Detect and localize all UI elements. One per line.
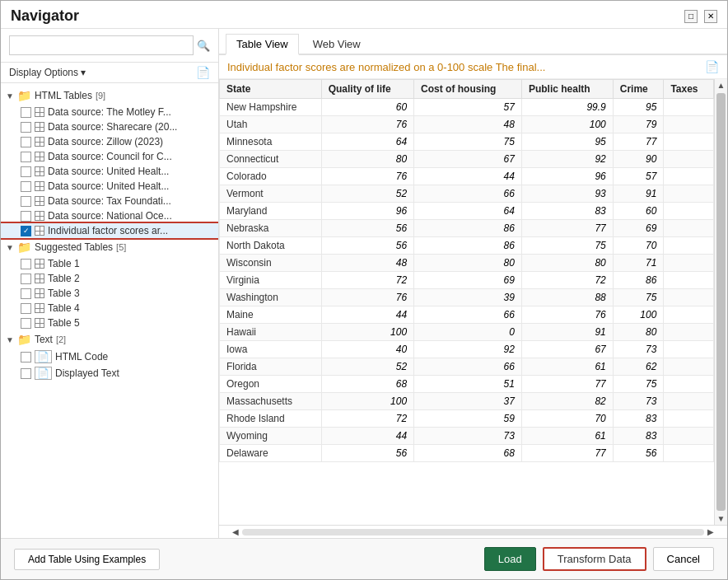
list-item[interactable]: Data source: Tax Foundati... <box>1 194 218 208</box>
table-cell: 77 <box>521 376 613 393</box>
checkbox[interactable] <box>21 352 31 362</box>
table-cell: 62 <box>613 358 664 376</box>
checkbox-checked[interactable]: ✓ <box>21 226 31 236</box>
table-cell <box>664 376 714 393</box>
table-cell: 59 <box>414 410 522 428</box>
scroll-right-arrow[interactable]: ▶ <box>707 527 714 536</box>
checkbox[interactable] <box>21 122 31 133</box>
table-row[interactable]: Vermont52669391 <box>220 185 714 203</box>
horizontal-scrollbar[interactable]: ◀ ▶ <box>219 525 727 538</box>
table-cell: 73 <box>613 393 664 410</box>
table-row[interactable]: North Dakota56867570 <box>220 237 714 255</box>
table-row[interactable]: Florida52666162 <box>220 358 714 376</box>
table-cell: 52 <box>321 358 413 376</box>
close-button[interactable]: ✕ <box>704 10 717 23</box>
html-tables-section[interactable]: ▼ 📁 HTML Tables [9] <box>1 87 218 105</box>
right-panel: Table View Web View Individual factor sc… <box>219 29 727 538</box>
scroll-down-arrow[interactable]: ▼ <box>715 512 727 525</box>
table-cell: 100 <box>521 116 613 133</box>
list-item[interactable]: Data source: Zillow (2023) <box>1 134 218 149</box>
checkbox[interactable] <box>21 288 31 299</box>
col-taxes: Taxes <box>664 80 714 99</box>
data-table-wrap[interactable]: State Quality of life Cost of housing Pu… <box>219 79 714 525</box>
checkbox[interactable] <box>21 181 31 192</box>
table-icon <box>35 196 44 206</box>
table-row[interactable]: Minnesota64759577 <box>220 133 714 151</box>
checkbox[interactable] <box>21 166 31 177</box>
table-row[interactable]: Wisconsin48808071 <box>220 255 714 272</box>
list-item[interactable]: Data source: Council for C... <box>1 149 218 164</box>
transform-data-button[interactable]: Transform Data <box>543 547 646 571</box>
table-row[interactable]: Oregon68517775 <box>220 376 714 393</box>
page-icon[interactable]: 📄 <box>705 60 719 73</box>
checkbox[interactable] <box>21 152 31 162</box>
minimize-button[interactable]: □ <box>684 10 698 23</box>
table-row[interactable]: Nebraska56867769 <box>220 220 714 237</box>
table-cell: 40 <box>321 341 413 358</box>
table-row[interactable]: Maryland96648360 <box>220 203 714 220</box>
table-row[interactable]: Iowa40926773 <box>220 341 714 358</box>
list-item[interactable]: Data source: United Healt... <box>1 164 218 179</box>
table-cell: Massachusetts <box>220 393 322 410</box>
table-row[interactable]: Washington76398875 <box>220 289 714 306</box>
list-item[interactable]: Data source: National Oce... <box>1 208 218 223</box>
table-row[interactable]: New Hampshire605799.995 <box>220 99 714 116</box>
table-cell: 100 <box>613 306 664 324</box>
list-item[interactable]: Table 2 <box>1 271 218 286</box>
scroll-up-arrow[interactable]: ▲ <box>715 79 727 91</box>
individual-factor-scores-item[interactable]: ✓ Individual factor scores ar... <box>1 223 218 238</box>
search-input[interactable] <box>9 35 194 55</box>
table-row[interactable]: Hawaii10009180 <box>220 324 714 341</box>
checkbox[interactable] <box>21 318 31 329</box>
list-item[interactable]: Table 3 <box>1 286 218 301</box>
load-button[interactable]: Load <box>484 547 536 571</box>
list-item[interactable]: Table 5 <box>1 316 218 330</box>
table-row[interactable]: Rhode Island72597083 <box>220 410 714 428</box>
scroll-track[interactable] <box>242 529 704 536</box>
vertical-scrollbar[interactable]: ▲ ▼ <box>714 79 727 525</box>
table-cell: 64 <box>321 133 413 151</box>
scroll-left-arrow[interactable]: ◀ <box>232 527 239 536</box>
folder-icon: 📁 <box>17 89 31 102</box>
checkbox[interactable] <box>21 196 31 207</box>
title-bar: Navigator □ ✕ <box>1 1 727 29</box>
table-row[interactable]: Virginia72697286 <box>220 272 714 289</box>
table-row[interactable]: Maine446676100 <box>220 306 714 324</box>
suggested-tables-section[interactable]: ▼ 📁 Suggested Tables [5] <box>1 238 218 256</box>
add-table-button[interactable]: Add Table Using Examples <box>14 549 160 570</box>
section-badge: [9] <box>96 91 105 101</box>
list-item[interactable]: Table 1 <box>1 256 218 271</box>
checkbox[interactable] <box>21 211 31 222</box>
list-item[interactable]: Data source: United Healt... <box>1 179 218 194</box>
list-item[interactable]: Data source: Sharecare (20... <box>1 119 218 134</box>
text-section[interactable]: ▼ 📁 Text [2] <box>1 330 218 348</box>
checkbox[interactable] <box>21 274 31 284</box>
display-options-button[interactable]: Display Options ▾ <box>9 67 86 78</box>
checkbox[interactable] <box>21 137 31 147</box>
checkbox[interactable] <box>21 107 31 118</box>
list-item[interactable]: Table 4 <box>1 301 218 316</box>
table-row[interactable]: Colorado76449657 <box>220 168 714 185</box>
checkbox[interactable] <box>21 259 31 269</box>
table-cell: 92 <box>521 151 613 168</box>
table-row[interactable]: Massachusetts100378273 <box>220 393 714 410</box>
checkbox[interactable] <box>21 368 31 379</box>
footer-actions: Load Transform Data Cancel <box>484 547 714 571</box>
table-row[interactable]: Wyoming44736183 <box>220 428 714 445</box>
table-row[interactable]: Utah764810079 <box>220 116 714 133</box>
checkbox[interactable] <box>21 303 31 314</box>
list-item[interactable]: 📄 HTML Code <box>1 348 218 365</box>
tab-table-view[interactable]: Table View <box>226 34 299 55</box>
cancel-button[interactable]: Cancel <box>653 547 714 571</box>
table-cell: Wyoming <box>220 428 322 445</box>
list-item[interactable]: 📄 Displayed Text <box>1 365 218 381</box>
tab-web-view[interactable]: Web View <box>302 34 371 54</box>
table-row[interactable]: Connecticut80679290 <box>220 151 714 168</box>
table-cell: 61 <box>521 358 613 376</box>
table-cell: 72 <box>321 272 413 289</box>
tree-area[interactable]: ▼ 📁 HTML Tables [9] Data source: The Mot… <box>1 83 218 538</box>
item-label: Table 4 <box>48 302 80 314</box>
list-item[interactable]: Data source: The Motley F... <box>1 105 218 119</box>
export-icon[interactable]: 📄 <box>196 66 210 79</box>
table-row[interactable]: Delaware56687756 <box>220 445 714 462</box>
